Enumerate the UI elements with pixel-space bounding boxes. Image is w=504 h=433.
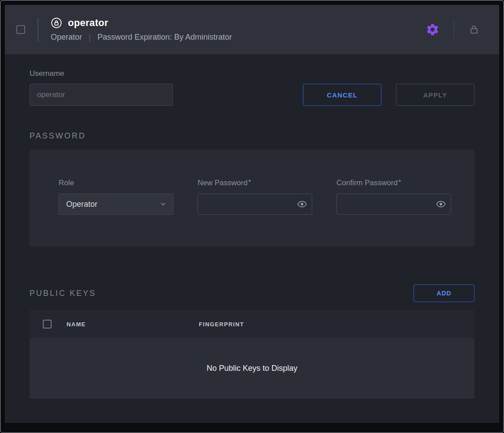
apply-button[interactable]: APPLY [396,84,474,106]
username-field-group: Username [30,69,173,106]
header-actions [426,20,480,39]
subtitle-divider: | [89,33,91,42]
column-header-fingerprint: FINGERPRINT [199,321,244,328]
detail-body: Username CANCEL APPLY PASSWORD Role Oper… [5,54,499,423]
user-identity: operator Operator | Password Expiration:… [51,17,232,42]
username-input[interactable] [30,84,173,106]
header-divider [37,18,38,41]
new-password-field-group: New Password• [198,179,312,246]
required-marker: • [248,177,250,184]
password-panel: Role Operator New Password• [30,149,474,246]
select-user-checkbox[interactable] [16,25,25,34]
new-password-input[interactable] [198,194,312,215]
role-field-group: Role Operator [59,179,173,246]
account-row: Username CANCEL APPLY [30,69,474,106]
new-password-label: New Password• [198,179,312,187]
confirm-password-label: Confirm Password• [336,179,451,187]
public-keys-header-row: PUBLIC KEYS ADD [30,284,474,302]
confirm-password-input[interactable] [336,194,451,215]
empty-state-message: No Public Keys to Display [206,364,297,373]
header-bar: operator Operator | Password Expiration:… [5,5,499,54]
show-password-eye-icon[interactable] [296,198,308,210]
role-select[interactable]: Operator [59,194,173,215]
confirm-password-field-group: Confirm Password• [336,179,451,246]
role-label: Role [59,179,173,187]
cancel-button[interactable]: CANCEL [303,84,381,106]
user-account-icon [51,17,62,29]
user-role-text: Operator [51,33,82,42]
lock-icon[interactable] [468,24,480,35]
chevron-down-icon [160,201,167,208]
user-detail-panel: operator Operator | Password Expiration:… [5,5,499,423]
column-header-name: NAME [67,321,199,328]
form-actions: CANCEL APPLY [303,84,474,106]
password-expiration-text: Password Expiration: By Administrator [97,33,232,42]
password-section-heading: PASSWORD [30,131,474,141]
page-title: operator [68,17,108,29]
app-window: operator Operator | Password Expiration:… [0,0,504,433]
add-public-key-button[interactable]: ADD [414,284,474,302]
public-keys-section-heading: PUBLIC KEYS [30,289,96,298]
settings-gear-icon[interactable] [426,22,440,37]
public-keys-table-header: NAME FINGERPRINT [30,310,474,338]
public-keys-table-body: No Public Keys to Display [30,338,474,399]
username-label: Username [30,69,173,78]
required-marker: • [399,177,401,184]
show-password-eye-icon[interactable] [435,198,447,210]
role-select-value: Operator [66,200,97,209]
select-all-keys-checkbox[interactable] [43,320,52,328]
public-keys-table: NAME FINGERPRINT No Public Keys to Displ… [30,310,474,399]
header-divider [454,20,454,39]
